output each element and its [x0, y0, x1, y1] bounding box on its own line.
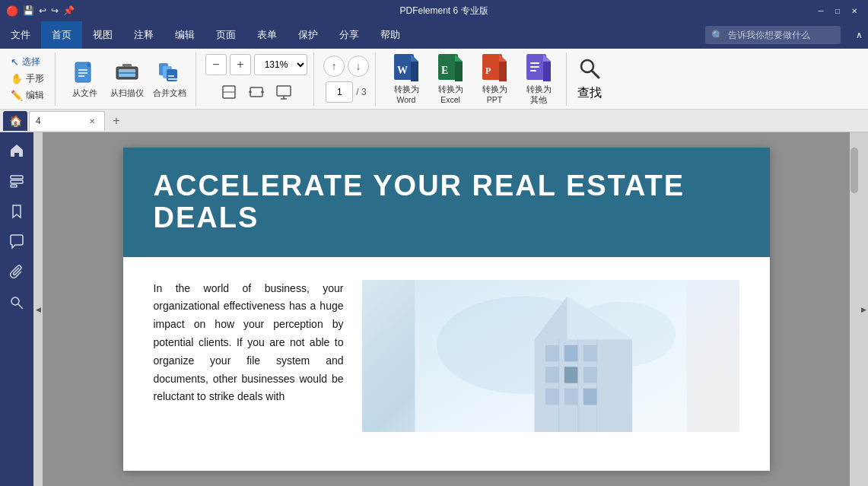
svg-line-46 [18, 304, 23, 309]
pdf-header-banner: ACCELERATE YOUR REAL ESTATE DEALS [123, 148, 770, 257]
app-title: PDFelement 6 专业版 [75, 5, 813, 17]
pdf-viewing-area[interactable]: ACCELERATE YOUR REAL ESTATE DEALS In the… [43, 132, 850, 486]
search-tool-button[interactable]: 查找 [570, 55, 609, 103]
zoom-select[interactable]: 131% 100% 75% 50% 150% 200% [254, 54, 307, 75]
svg-text:W: W [397, 65, 408, 76]
right-collapse-button[interactable]: ▶ [859, 132, 868, 486]
svg-rect-55 [545, 367, 558, 383]
menu-item-protect[interactable]: 保护 [288, 21, 329, 49]
sidebar-layers-icon[interactable] [5, 169, 29, 193]
svg-rect-37 [530, 62, 539, 64]
svg-rect-38 [530, 66, 539, 68]
svg-rect-43 [11, 180, 23, 183]
svg-marker-28 [455, 54, 463, 62]
from-scanner-button[interactable]: 从扫描仪 [107, 55, 147, 103]
svg-rect-44 [11, 185, 17, 187]
convert-other-button[interactable]: 转换为其他 [517, 55, 560, 103]
select-tool-button[interactable]: ↖ 选择 [6, 55, 49, 70]
title-bar-left-icons: 🔴 💾 ↩ ↪ 📌 [6, 5, 75, 17]
select-label: 选择 [22, 56, 40, 68]
menu-item-page[interactable]: 页面 [205, 21, 246, 49]
search-tool-icon [577, 56, 602, 84]
pdf-header-text: ACCELERATE YOUR REAL ESTATE DEALS [154, 170, 739, 234]
menu-item-share[interactable]: 分享 [329, 21, 370, 49]
close-button[interactable]: ✕ [847, 5, 862, 17]
menu-item-form[interactable]: 表单 [246, 21, 288, 49]
tab-bar: 🏠 4 ✕ + [0, 110, 868, 132]
menu-item-file[interactable]: 文件 [0, 21, 41, 49]
sidebar-toggle-icon: ◀ [36, 306, 41, 313]
sidebar-toggle-button[interactable]: ◀ [33, 132, 43, 486]
home-tab[interactable]: 🏠 [3, 111, 27, 131]
convert-ppt-button[interactable]: P 转换为PPT [473, 55, 516, 103]
document-tab[interactable]: 4 ✕ [29, 111, 105, 131]
merge-icon [156, 59, 183, 87]
edit-icon: ✏️ [11, 90, 23, 101]
sidebar-comment-icon[interactable] [5, 230, 29, 254]
sidebar-home-icon[interactable] [5, 138, 29, 163]
convert-excel-icon: E [438, 52, 463, 83]
edit-tool-button[interactable]: ✏️ 编辑 [6, 88, 49, 103]
convert-excel-button[interactable]: E 转换为Excel [429, 55, 472, 103]
convert-tools: W 转换为Word E 转换为Excel [379, 52, 567, 106]
menu-collapse-button[interactable]: ∧ [850, 21, 868, 49]
zoom-out-button[interactable]: − [205, 54, 227, 75]
maximize-button[interactable]: □ [830, 5, 845, 17]
merge-button[interactable]: 合并文档 [150, 55, 189, 103]
from-file-label: 从文件 [72, 88, 97, 98]
add-tab-button[interactable]: + [107, 111, 126, 131]
hand-icon: ✋ [11, 73, 23, 84]
close-tab-button[interactable]: ✕ [86, 115, 98, 127]
svg-rect-52 [545, 345, 558, 361]
from-scanner-icon [113, 59, 141, 87]
menu-item-view[interactable]: 视图 [82, 21, 123, 49]
vertical-scrollbar[interactable] [850, 132, 859, 486]
page-separator: / 3 [356, 87, 366, 97]
minimize-button[interactable]: ─ [813, 5, 828, 17]
window-controls: ─ □ ✕ [813, 5, 862, 17]
svg-text:P: P [485, 65, 491, 76]
save-icon[interactable]: 💾 [23, 5, 34, 16]
pdf-page: ACCELERATE YOUR REAL ESTATE DEALS In the… [123, 148, 770, 471]
convert-word-button[interactable]: W 转换为Word [385, 55, 428, 103]
menu-item-home[interactable]: 首页 [41, 21, 82, 49]
convert-excel-label: 转换为Excel [438, 84, 463, 105]
create-tools: 从文件 从扫描仪 [59, 52, 196, 106]
fit-width-button[interactable] [244, 80, 269, 104]
menu-item-edit[interactable]: 编辑 [164, 21, 205, 49]
convert-word-icon: W [394, 52, 418, 83]
present-button[interactable] [272, 80, 296, 104]
menu-item-help[interactable]: 帮助 [370, 21, 411, 49]
svg-rect-19 [277, 86, 291, 96]
hand-label: 手形 [26, 72, 44, 85]
sidebar-bookmark-icon[interactable] [5, 199, 29, 224]
pdf-text-column: In the world of business, your organizat… [154, 280, 344, 432]
mode-tools: ↖ 选择 ✋ 手形 ✏️ 编辑 [6, 52, 56, 106]
search-icon: 🔍 [711, 30, 723, 41]
select-icon: ↖ [11, 56, 19, 68]
svg-rect-39 [530, 70, 536, 71]
from-file-button[interactable]: 从文件 [65, 55, 104, 103]
sidebar-attachment-icon[interactable] [5, 260, 29, 284]
next-page-button[interactable]: ↓ [348, 56, 369, 77]
pdf-body-text: In the world of business, your organizat… [154, 280, 344, 407]
pin-icon[interactable]: 📌 [63, 5, 75, 16]
fit-page-button[interactable] [217, 80, 241, 104]
scrollbar-thumb[interactable] [851, 148, 858, 193]
menu-search-box[interactable]: 🔍 [705, 26, 841, 44]
prev-page-button[interactable]: ↑ [323, 56, 345, 77]
svg-rect-57 [583, 367, 596, 383]
page-number-input[interactable] [326, 81, 353, 103]
convert-word-label: 转换为Word [394, 84, 419, 105]
sidebar-search-icon[interactable] [5, 291, 29, 315]
menu-search-input[interactable] [728, 30, 835, 40]
undo-icon[interactable]: ↩ [39, 5, 46, 16]
svg-rect-54 [583, 345, 596, 361]
menu-item-comment[interactable]: 注释 [123, 21, 164, 49]
hand-tool-button[interactable]: ✋ 手形 [6, 71, 49, 87]
zoom-in-button[interactable]: + [230, 54, 251, 75]
left-sidebar [0, 132, 33, 486]
redo-icon[interactable]: ↪ [51, 5, 59, 16]
search-tool-label: 查找 [577, 85, 602, 101]
svg-rect-42 [11, 176, 23, 179]
